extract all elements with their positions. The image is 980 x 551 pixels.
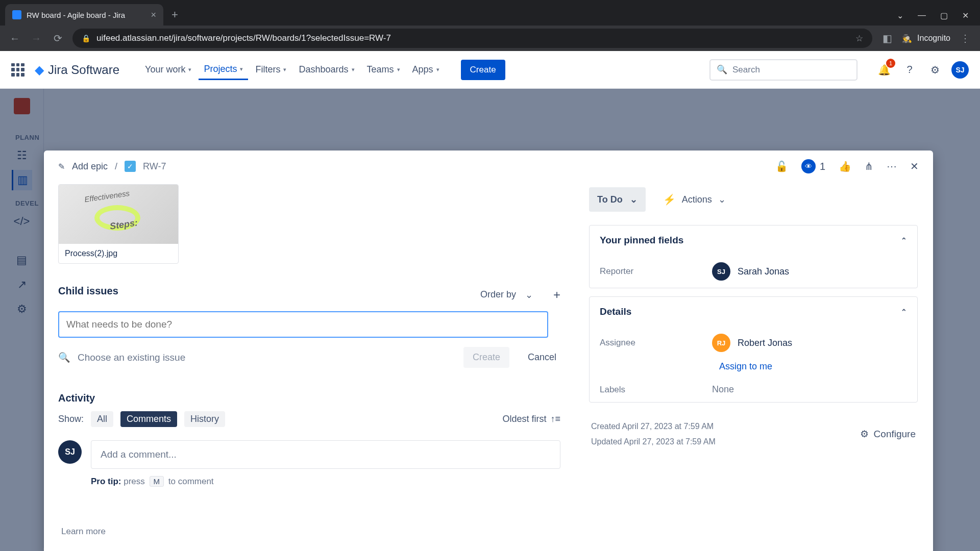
new-tab-button[interactable]: + [163,8,186,26]
extensions-icon[interactable]: ◧ [880,32,894,44]
chevron-down-icon: ⌄ [630,194,638,205]
updated-timestamp: Updated April 27, 2023 at 7:59 AM [591,434,716,449]
bolt-icon: ⚡ [663,193,676,206]
activity-tab-comments[interactable]: Comments [120,411,177,427]
search-icon: 🔍 [717,64,727,75]
jira-favicon [12,10,21,19]
comment-protip: Pro tip: press M to comment [91,476,560,487]
pencil-icon: ✎ [58,162,65,171]
sort-toggle[interactable]: Oldest first ↑≡ [502,414,560,424]
nav-your-work[interactable]: Your work▾ [140,60,197,80]
chevron-down-icon: ▾ [436,66,439,73]
notifications-icon[interactable]: 🔔1 [875,61,893,79]
chrome-menu-icon[interactable]: ⋮ [959,32,972,44]
assign-to-me-link[interactable]: Assign to me [709,361,917,372]
breadcrumb-separator: / [115,161,117,172]
details-header[interactable]: Details ⌃ [590,297,917,327]
issue-key[interactable]: RW-7 [143,161,166,172]
create-child-button: Create [463,347,509,368]
issue-modal: ✎ Add epic / ✓ RW-7 🔓 👁 1 👍 ⋔ ⋯ ✕ [44,151,933,551]
more-actions-icon[interactable]: ⋯ [887,160,897,172]
learn-more-link[interactable]: Learn more [61,527,106,537]
browser-tab[interactable]: RW board - Agile board - Jira × [5,4,163,26]
incognito-icon: 🕵️ [902,34,912,43]
notification-badge: 1 [886,59,895,68]
close-modal-icon[interactable]: ✕ [910,160,919,172]
status-dropdown[interactable]: To Do ⌄ [589,187,646,212]
created-timestamp: Created April 27, 2023 at 7:59 AM [591,419,716,434]
commenter-avatar: SJ [58,440,82,464]
attachment-card[interactable]: Process(2).jpg [58,184,179,264]
reporter-field[interactable]: Reporter SJ Sarah Jonas [590,255,917,288]
chevron-down-icon: ▾ [283,66,286,73]
nav-projects[interactable]: Projects▾ [199,60,248,80]
nav-filters[interactable]: Filters▾ [250,60,291,80]
assignee-field[interactable]: Assignee RJ Robert Jonas [590,327,917,359]
maximize-icon[interactable]: ▢ [940,11,948,20]
url-text: uifeed.atlassian.net/jira/software/proje… [96,33,391,43]
child-issue-input[interactable] [58,311,548,338]
incognito-indicator[interactable]: 🕵️ Incognito [902,34,950,43]
chevron-down-icon: ▾ [352,66,355,73]
jira-mark-icon: ◆ [35,63,44,77]
back-icon[interactable]: ← [8,33,21,44]
reporter-avatar: SJ [712,262,730,281]
lock-icon: 🔒 [82,34,90,42]
task-type-icon[interactable]: ✓ [125,161,136,172]
attachment-filename: Process(2).jpg [59,244,178,263]
search-icon: 🔍 [58,352,70,363]
sort-icon: ↑≡ [550,414,560,424]
activity-heading: Activity [58,392,560,404]
pinned-fields-header[interactable]: Your pinned fields ⌃ [590,226,917,255]
bookmark-icon[interactable]: ☆ [855,33,863,44]
search-input[interactable]: 🔍 Search [709,59,857,81]
reload-icon[interactable]: ⟳ [51,32,64,44]
minimize-icon[interactable]: ― [918,11,926,20]
child-issues-heading: Child issues [58,285,118,297]
profile-avatar[interactable]: SJ [951,61,969,79]
configure-button[interactable]: ⚙ Configure [860,419,916,450]
chrome-tabs-dropdown-icon[interactable]: ⌄ [897,11,903,20]
tab-title: RW board - Agile board - Jira [27,11,125,19]
close-tab-icon[interactable]: × [151,10,156,20]
gear-icon: ⚙ [860,425,869,443]
chevron-down-icon: ▾ [188,66,191,73]
order-by-dropdown[interactable]: Order by ⌄ [480,289,533,300]
watch-button[interactable]: 👁 1 [801,159,825,173]
create-button[interactable]: Create [461,60,505,80]
actions-dropdown[interactable]: ⚡ Actions ⌄ [655,187,734,212]
chevron-up-icon: ⌃ [901,308,907,316]
assignee-avatar: RJ [712,334,730,352]
jira-logo[interactable]: ◆ Jira Software [35,63,119,77]
activity-tab-history[interactable]: History [184,411,225,427]
comment-input[interactable]: Add a comment... [91,440,560,469]
like-icon[interactable]: 👍 [839,160,851,172]
share-icon[interactable]: ⋔ [865,160,873,172]
chevron-down-icon: ⌄ [718,194,726,205]
settings-icon[interactable]: ⚙ [926,61,944,79]
attachment-thumbnail [59,185,178,244]
nav-dashboards[interactable]: Dashboards▾ [293,60,359,80]
help-icon[interactable]: ? [900,61,919,79]
add-epic-link[interactable]: Add epic [72,161,108,172]
nav-teams[interactable]: Teams▾ [362,60,405,80]
close-window-icon[interactable]: ✕ [962,11,969,20]
eye-icon: 👁 [801,159,816,173]
nav-apps[interactable]: Apps▾ [407,60,445,80]
add-child-issue-icon[interactable]: + [553,288,560,302]
choose-existing-issue-link[interactable]: 🔍 Choose an existing issue [58,352,185,363]
chevron-down-icon: ▾ [240,66,243,72]
address-bar[interactable]: 🔒 uifeed.atlassian.net/jira/software/pro… [72,29,872,48]
lock-open-icon[interactable]: 🔓 [775,160,788,172]
forward-icon: → [30,33,43,44]
chevron-down-icon: ▾ [397,66,400,73]
labels-field[interactable]: Labels None [590,377,917,402]
chevron-down-icon: ⌄ [525,289,533,300]
chevron-up-icon: ⌃ [901,236,907,244]
activity-tab-all[interactable]: All [91,411,113,427]
show-label: Show: [58,414,84,424]
app-switcher-icon[interactable] [11,63,24,77]
cancel-child-button[interactable]: Cancel [524,347,560,368]
